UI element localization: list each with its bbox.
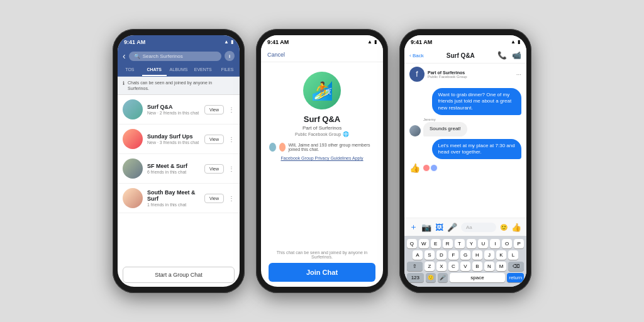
key-x[interactable]: X — [436, 262, 447, 271]
key-c[interactable]: C — [448, 262, 458, 271]
chat-item-4[interactable]: South Bay Meet & Surf 1 friends in this … — [118, 184, 240, 213]
key-123[interactable]: 123 — [407, 273, 424, 282]
key-z[interactable]: Z — [425, 262, 435, 271]
info-button[interactable]: i — [225, 51, 235, 61]
key-d[interactable]: D — [436, 250, 447, 260]
key-t[interactable]: T — [455, 239, 465, 248]
sender-name: Part of Surferinos — [428, 70, 467, 75]
view-button-3[interactable]: View — [204, 164, 224, 174]
chat-title: Surf Q&A — [428, 52, 494, 59]
banner-text: Chats can be seen and joined by anyone i… — [128, 80, 235, 91]
kb-row-3: ⇧ Z X C V B N M ⌫ — [407, 262, 524, 271]
video-call-icon[interactable]: 📹 — [512, 51, 521, 60]
key-shift[interactable]: ⇧ — [407, 262, 423, 271]
photo-icon[interactable]: 🖼 — [435, 223, 443, 232]
mic-icon[interactable]: 🎤 — [447, 223, 457, 232]
camera-icon[interactable]: 📷 — [421, 223, 431, 232]
chat-name-3: SF Meet & Surf — [147, 163, 200, 169]
chat-item-2[interactable]: Sunday Surf Ups New · 3 friends in this … — [118, 125, 240, 154]
plus-icon[interactable]: ＋ — [409, 221, 418, 233]
more-icon-2[interactable]: ⋮ — [228, 136, 235, 143]
key-j[interactable]: J — [484, 250, 494, 260]
key-a[interactable]: A — [413, 250, 423, 260]
phone-2: 9:41 AM ▲ ▮ Cancel 🏄 Surf Q&A Part of Su… — [256, 29, 388, 293]
privacy-link[interactable]: Facebook Group Privacy Guidelines Apply — [280, 156, 363, 160]
status-time-3: 9:41 AM — [411, 39, 432, 45]
kb-row-1: Q W E R T Y U I O P — [407, 239, 524, 248]
avatar-1 — [123, 99, 143, 119]
view-button-1[interactable]: View — [204, 105, 224, 114]
tab-albums[interactable]: ALBUMS — [167, 64, 191, 76]
more-icon-1[interactable]: ⋮ — [228, 106, 235, 113]
group-name: Surf Q&A — [304, 114, 341, 124]
message-3: Let's meet at my place at 7:30 and head … — [409, 139, 521, 160]
view-button-4[interactable]: View — [204, 194, 224, 203]
p1-header: ‹ 🔍 Search Surferinos i — [118, 48, 240, 64]
key-u[interactable]: U — [478, 239, 488, 248]
phone-call-icon[interactable]: 📞 — [497, 51, 507, 60]
sender-label-jeremy: Jeremy — [423, 118, 436, 121]
tab-tos[interactable]: TOS — [118, 64, 142, 76]
reaction-avatars — [423, 164, 438, 172]
key-f[interactable]: F — [448, 250, 458, 260]
join-chat-button[interactable]: Join Chat — [269, 263, 375, 282]
message-bubble-2: Sounds great! — [423, 122, 467, 136]
scene: 9:41 AM ▲ ▮ ‹ 🔍 Search Surferinos i TOS — [0, 0, 644, 322]
chat-info-4: South Bay Meet & Surf 1 friends in this … — [147, 189, 200, 207]
view-button-2[interactable]: View — [204, 135, 224, 144]
chat-name-2: Sunday Surf Ups — [147, 133, 200, 140]
back-button[interactable]: ‹ — [123, 51, 126, 61]
key-h[interactable]: H — [472, 250, 482, 260]
chat-item-3[interactable]: SF Meet & Surf 6 friends in this chat Vi… — [118, 154, 240, 184]
key-mic[interactable]: 🎤 — [438, 273, 448, 282]
key-l[interactable]: L — [508, 250, 518, 260]
start-group-chat-button[interactable]: Start a Group Chat — [123, 267, 235, 283]
cancel-button[interactable]: Cancel — [267, 52, 285, 58]
more-icon-4[interactable]: ⋮ — [228, 195, 235, 202]
key-y[interactable]: Y — [467, 239, 477, 248]
chat-item-1[interactable]: Surf Q&A New · 2 friends in this chat Vi… — [118, 95, 240, 125]
key-r[interactable]: R — [443, 239, 453, 248]
members-area: Will, Jaime and 193 other group members … — [269, 142, 375, 152]
key-emoji[interactable]: 🙂 — [426, 273, 436, 282]
like-icon[interactable]: 👍 — [511, 223, 521, 232]
search-bar[interactable]: 🔍 Search Surferinos — [129, 52, 221, 61]
key-k[interactable]: K — [496, 250, 506, 260]
key-i[interactable]: I — [490, 239, 500, 248]
more-icon-3[interactable]: ⋮ — [228, 165, 235, 172]
key-v[interactable]: V — [460, 262, 470, 271]
status-bar-3: 9:41 AM ▲ ▮ — [404, 35, 526, 48]
key-b[interactable]: B — [472, 262, 482, 271]
key-return[interactable]: return — [507, 273, 524, 282]
tab-events[interactable]: EVENTS — [191, 64, 215, 76]
message-input[interactable]: Aa — [461, 223, 496, 232]
key-n[interactable]: N — [484, 262, 494, 271]
chat-messages: Want to grab dinner? One of my friends j… — [404, 84, 526, 218]
keyboard: Q W E R T Y U I O P A S D F G H — [404, 236, 526, 287]
info-icon: ℹ — [123, 80, 125, 86]
header-action-icons: 📞 📹 — [497, 51, 521, 60]
thumbs-up-reaction: 👍 — [409, 163, 420, 173]
key-s[interactable]: S — [425, 250, 435, 260]
more-options-icon[interactable]: ··· — [516, 71, 521, 78]
key-o[interactable]: O — [502, 239, 512, 248]
emoji-icon[interactable]: 🙂 — [500, 224, 508, 231]
key-m[interactable]: M — [496, 262, 506, 271]
battery-icon-3: ▮ — [518, 39, 520, 45]
key-q[interactable]: Q — [407, 239, 417, 248]
status-time-2: 9:41 AM — [267, 39, 289, 45]
key-delete[interactable]: ⌫ — [508, 262, 524, 271]
group-sender-avatar: f — [409, 67, 425, 82]
avatar-2 — [123, 129, 143, 149]
back-button-3[interactable]: ‹ Back — [409, 53, 424, 58]
key-w[interactable]: W — [419, 239, 429, 248]
message-toolbar: ＋ 📷 🖼 🎤 Aa 🙂 👍 — [404, 218, 526, 236]
key-space[interactable]: space — [450, 273, 506, 282]
tab-chats[interactable]: CHATS — [142, 64, 167, 76]
tab-files[interactable]: FILES — [215, 64, 240, 76]
key-e[interactable]: E — [431, 239, 441, 248]
key-g[interactable]: G — [460, 250, 470, 260]
key-p[interactable]: P — [514, 239, 524, 248]
members-text: Will, Jaime and 193 other group members … — [288, 143, 375, 152]
message-bubble-3: Let's meet at my place at 7:30 and head … — [432, 139, 521, 160]
